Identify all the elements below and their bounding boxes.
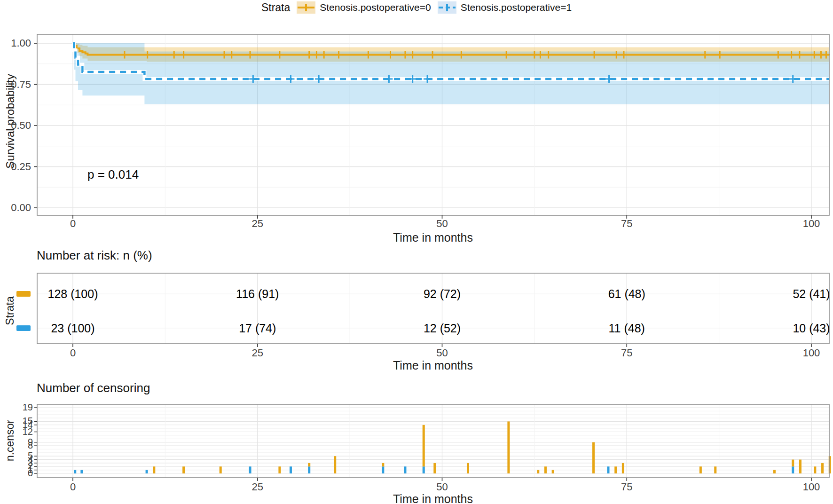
- censor-bar-blue: [249, 466, 251, 473]
- censor-panel: 01234589121415190255075100: [23, 402, 831, 493]
- censor-bar-orange: [220, 466, 222, 473]
- censor-bar-orange: [278, 466, 281, 473]
- censor-bar-orange: [699, 466, 702, 473]
- censor-bar-blue: [607, 466, 609, 473]
- censor-bar-orange: [182, 466, 185, 473]
- x-tick-label: 25: [252, 347, 263, 359]
- censor-bar-orange: [382, 463, 384, 466]
- censor-bar-orange: [544, 466, 547, 473]
- y-tick-label: 1.00: [11, 37, 31, 49]
- risk-value: 92 (72): [424, 287, 461, 300]
- risk-value: 12 (52): [424, 322, 461, 335]
- censor-bar-orange: [821, 463, 824, 473]
- censor-bar-blue: [290, 466, 292, 473]
- y-tick-label: 0.00: [11, 202, 31, 213]
- risk-value: 128 (100): [47, 287, 98, 300]
- censor-bar-orange: [537, 470, 539, 473]
- risk-value: 61 (48): [608, 287, 645, 300]
- risk-strata-key-blue: [16, 325, 31, 331]
- censor-bar-orange: [552, 470, 554, 473]
- survival-panel: 0.000.250.500.751.000255075100: [11, 34, 830, 229]
- censor-y-tick-label: 9: [28, 437, 33, 447]
- censor-bar-orange: [792, 460, 794, 467]
- x-tick-label: 75: [621, 347, 632, 359]
- censor-bar-blue: [404, 466, 406, 473]
- censor-y-tick-label: 15: [23, 416, 33, 426]
- censor-y-tick-label: 5: [28, 450, 33, 461]
- censor-bar-orange: [714, 466, 716, 473]
- x-tick-label: 75: [621, 481, 632, 493]
- x-tick-label: 50: [436, 481, 448, 493]
- censor-bar-orange: [622, 463, 624, 473]
- censor-bar-blue: [146, 470, 148, 473]
- x-tick-label: 25: [252, 218, 263, 229]
- x-tick-label: 25: [252, 481, 263, 493]
- x-tick-label: 100: [803, 347, 820, 359]
- censor-bar-orange: [507, 421, 510, 473]
- confidence-band-blue: [73, 43, 829, 104]
- censor-bar-orange: [773, 470, 776, 473]
- censor-bar-orange: [592, 442, 595, 473]
- censor-y-tick-label: 19: [23, 402, 33, 412]
- risk-value: 11 (48): [609, 322, 645, 335]
- risk-value: 23 (100): [51, 322, 94, 335]
- risk-value: 52 (41): [793, 287, 830, 300]
- censor-bar-orange: [614, 466, 617, 473]
- y-tick-label: 0.50: [11, 119, 31, 131]
- x-tick-label: 75: [621, 218, 632, 229]
- x-tick-label: 0: [70, 218, 76, 229]
- risk-value: 116 (91): [236, 287, 279, 300]
- censor-bar-orange: [334, 456, 336, 473]
- x-tick-label: 100: [803, 481, 820, 493]
- x-tick-label: 50: [436, 347, 448, 359]
- risk-value: 17 (74): [239, 322, 276, 335]
- censor-bar-blue: [308, 466, 310, 473]
- censor-bar-orange: [814, 466, 816, 473]
- y-tick-label: 0.25: [11, 161, 31, 173]
- km-figure: Strata Stenosis.postoperative=0 Stenosis…: [0, 0, 833, 504]
- censor-bar-orange: [153, 466, 155, 473]
- censor-bar-blue: [792, 466, 794, 473]
- x-tick-label: 50: [436, 218, 448, 229]
- censor-bar-orange: [423, 425, 425, 466]
- chart-canvas: 0.000.250.500.751.000255075100128 (100)1…: [0, 0, 833, 504]
- censor-bar-blue: [382, 466, 384, 473]
- x-tick-label: 0: [70, 481, 76, 493]
- censor-bar-blue: [74, 470, 76, 473]
- x-tick-label: 0: [70, 347, 76, 359]
- y-tick-label: 0.75: [11, 79, 31, 90]
- risk-strata-key-orange: [16, 291, 31, 297]
- censor-bar-orange: [467, 463, 469, 473]
- censor-bar-orange: [799, 460, 802, 473]
- censor-bar-blue: [80, 470, 83, 473]
- x-tick-label: 100: [803, 218, 820, 229]
- censor-bar-orange: [433, 463, 436, 473]
- risk-value: 10 (43): [793, 322, 830, 335]
- censor-bar-blue: [423, 466, 425, 473]
- censor-bar-orange: [308, 463, 310, 466]
- risk-table-panel: 128 (100)116 (91)92 (72)61 (48)52 (41)23…: [16, 273, 830, 359]
